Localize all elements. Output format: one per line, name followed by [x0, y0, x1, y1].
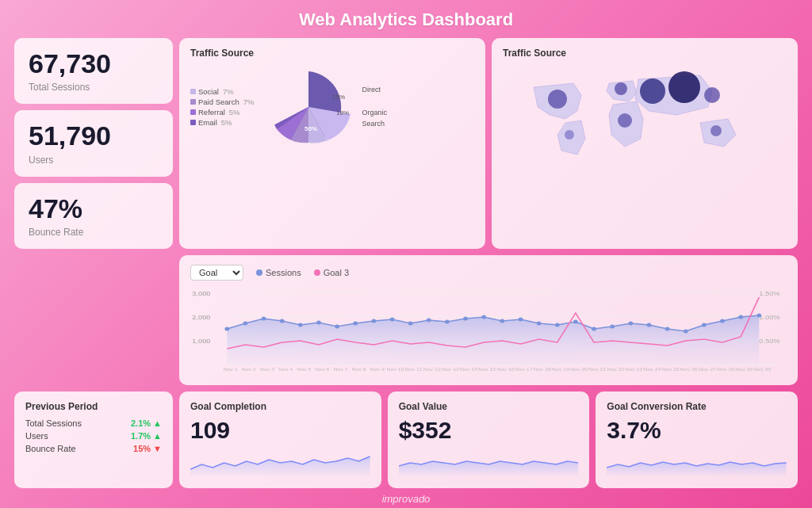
- svg-text:Nov 17: Nov 17: [515, 367, 533, 372]
- svg-text:15%: 15%: [332, 94, 345, 101]
- svg-point-33: [427, 319, 431, 323]
- svg-text:Nov 23: Nov 23: [625, 367, 642, 372]
- svg-text:Nov 28: Nov 28: [717, 367, 734, 372]
- previous-period-title: Previous Period: [25, 401, 162, 412]
- legend-referral: Referral 5%: [190, 108, 255, 116]
- svg-point-35: [463, 317, 468, 321]
- pie-right-labels: Direct Organic Search: [362, 84, 388, 130]
- svg-point-7: [704, 87, 720, 103]
- goal-value-card: Goal Value $352: [388, 392, 590, 488]
- map-title: Traffic Source: [503, 48, 787, 59]
- goal-conversion-chart: [607, 447, 787, 476]
- total-sessions-card: 67,730 Total Sessions: [14, 38, 173, 104]
- users-label: Users: [29, 155, 53, 166]
- sessions-legend: Sessions: [256, 268, 301, 277]
- goal-completion-title: Goal Completion: [190, 401, 370, 412]
- svg-point-43: [610, 325, 615, 329]
- svg-text:Nov 15: Nov 15: [478, 367, 496, 372]
- svg-text:1,000: 1,000: [192, 338, 210, 345]
- prev-users: Users 1.7% ▲: [25, 431, 162, 441]
- world-map: [503, 63, 787, 166]
- svg-text:Nov 8: Nov 8: [352, 367, 367, 372]
- goal-conversion-card: Goal Conversion Rate 3.7%: [596, 392, 798, 488]
- left-column: 67,730 Total Sessions 51,790 Users 47% B…: [14, 38, 173, 249]
- svg-text:Nov 10: Nov 10: [387, 367, 404, 372]
- svg-point-51: [756, 314, 761, 318]
- svg-point-27: [316, 321, 321, 325]
- total-sessions-label: Total Sessions: [29, 82, 90, 93]
- svg-text:Nov 1: Nov 1: [224, 367, 239, 372]
- svg-text:Nov 14: Nov 14: [460, 367, 477, 372]
- svg-text:Nov 13: Nov 13: [442, 367, 459, 372]
- goal-completion-value: 109: [190, 417, 370, 444]
- prev-total-sessions: Total Sessions 2.1% ▲: [25, 418, 162, 428]
- users-value: 51,790: [29, 121, 111, 151]
- svg-point-24: [262, 317, 266, 321]
- svg-point-30: [371, 319, 376, 323]
- svg-point-50: [738, 315, 743, 319]
- goal-conversion-title: Goal Conversion Rate: [607, 401, 787, 412]
- svg-text:Nov 5: Nov 5: [297, 367, 312, 372]
- bounce-rate-label: Bounce Rate: [29, 227, 83, 238]
- line-chart: 3,000 2,000 1,000 1.50% 1.00% 0.50%: [190, 285, 787, 372]
- svg-text:Nov 3: Nov 3: [260, 367, 275, 372]
- svg-point-47: [684, 330, 688, 334]
- traffic-source-pie-card: Traffic Source Social 7% Paid Search 7% …: [179, 38, 485, 249]
- svg-text:0.50%: 0.50%: [759, 338, 780, 345]
- svg-text:Nov 21: Nov 21: [588, 367, 606, 372]
- svg-point-3: [548, 90, 567, 109]
- svg-text:Nov 19: Nov 19: [552, 367, 569, 372]
- page-title: Web Analytics Dashboard: [299, 10, 513, 30]
- legend-email: Email 5%: [190, 118, 255, 127]
- goal-conversion-value: 3.7%: [607, 417, 787, 444]
- svg-point-6: [668, 71, 700, 103]
- goal-completion-chart: [190, 447, 370, 476]
- svg-text:Nov 30: Nov 30: [753, 367, 771, 372]
- svg-text:Nov 25: Nov 25: [662, 367, 680, 372]
- pie-area: Social 7% Paid Search 7% Referral 5% Ema…: [190, 63, 474, 151]
- goal-value-title: Goal Value: [399, 401, 579, 412]
- bottom-row: Previous Period Total Sessions 2.1% ▲ Us…: [14, 392, 798, 488]
- svg-point-26: [298, 323, 303, 327]
- svg-point-40: [555, 323, 560, 327]
- footer-brand: improvado: [382, 493, 431, 505]
- svg-point-37: [500, 319, 504, 323]
- goal3-legend: Goal 3: [314, 268, 349, 277]
- goal-value-value: $352: [399, 417, 579, 444]
- total-sessions-value: 67,730: [29, 49, 111, 78]
- svg-point-42: [592, 327, 596, 331]
- svg-text:Nov 20: Nov 20: [570, 367, 588, 372]
- bounce-rate-card: 47% Bounce Rate: [14, 183, 173, 249]
- svg-point-23: [243, 322, 248, 326]
- svg-text:18%: 18%: [336, 109, 349, 116]
- svg-point-38: [519, 318, 523, 322]
- svg-text:Nov 7: Nov 7: [333, 367, 348, 372]
- goal-select[interactable]: Goal Goal 2 Goal 3: [190, 265, 243, 281]
- svg-text:3,000: 3,000: [192, 290, 210, 297]
- pie-legend: Social 7% Paid Search 7% Referral 5% Ema…: [190, 87, 255, 127]
- goal-value-chart: [399, 447, 579, 476]
- svg-text:1.50%: 1.50%: [759, 290, 780, 297]
- svg-point-32: [408, 322, 413, 326]
- svg-point-4: [615, 82, 627, 95]
- svg-text:Nov 24: Nov 24: [644, 367, 661, 372]
- svg-point-5: [640, 78, 665, 104]
- svg-text:Nov 9: Nov 9: [370, 367, 385, 372]
- goal-completion-card: Goal Completion 109: [179, 392, 381, 488]
- svg-text:1.00%: 1.00%: [759, 314, 780, 321]
- svg-point-28: [335, 325, 339, 329]
- svg-text:Nov 27: Nov 27: [699, 367, 716, 372]
- svg-point-31: [390, 318, 395, 322]
- svg-text:Nov 16: Nov 16: [496, 367, 514, 372]
- prev-bounce-rate: Bounce Rate 15% ▼: [25, 444, 162, 453]
- svg-text:50%: 50%: [304, 125, 317, 132]
- svg-point-39: [537, 322, 542, 326]
- svg-point-9: [565, 130, 574, 139]
- chart-controls: Goal Goal 2 Goal 3 Sessions Goal 3: [190, 265, 787, 281]
- svg-marker-84: [607, 462, 787, 476]
- svg-point-10: [618, 113, 632, 128]
- svg-point-34: [445, 320, 450, 324]
- svg-point-8: [710, 125, 722, 136]
- sessions-dot: [256, 269, 262, 276]
- svg-text:Nov 22: Nov 22: [607, 367, 624, 372]
